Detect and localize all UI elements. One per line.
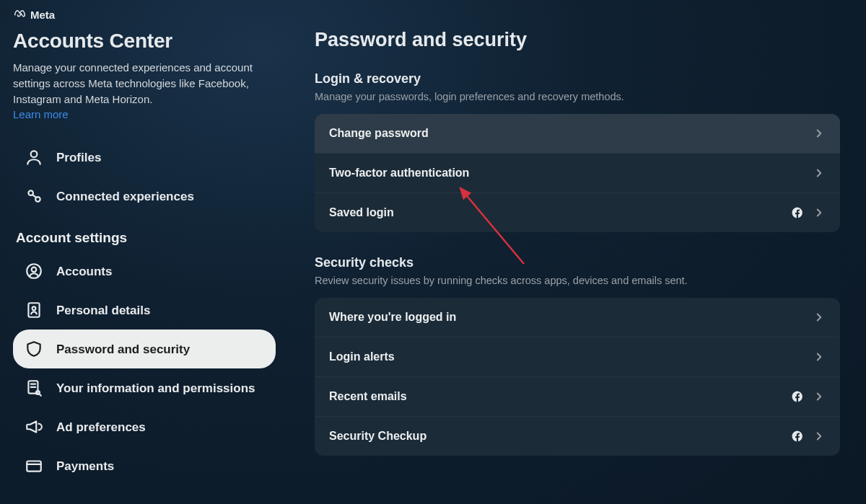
chevron-right-icon <box>813 350 826 363</box>
meta-logo-icon <box>13 7 26 22</box>
chevron-right-icon <box>813 430 826 443</box>
sidebar-item-your-info[interactable]: Your information and permissions <box>13 368 276 407</box>
row-login-alerts[interactable]: Login alerts <box>315 337 840 376</box>
sidebar-item-password-security[interactable]: Password and security <box>13 330 276 368</box>
sidebar-item-payments[interactable]: Payments <box>13 446 276 485</box>
credit-card-icon <box>25 456 43 475</box>
section-security-checks: Security checks Review security issues b… <box>315 255 840 456</box>
chevron-right-icon <box>813 206 826 219</box>
row-label: Where you're logged in <box>329 311 456 324</box>
svg-rect-9 <box>27 461 41 472</box>
security-checks-card: Where you're logged in Login alerts Rece… <box>315 298 840 456</box>
sidebar-item-label: Accounts <box>56 264 112 279</box>
chevron-right-icon <box>813 167 826 180</box>
main-content: Password and security Login & recovery M… <box>289 0 866 504</box>
sidebar-item-label: Password and security <box>56 342 190 357</box>
id-card-icon <box>25 301 43 319</box>
chevron-right-icon <box>813 127 826 140</box>
section-login-recovery: Login & recovery Manage your passwords, … <box>315 71 840 232</box>
shield-icon <box>25 340 43 358</box>
sidebar-item-accounts[interactable]: Accounts <box>13 252 276 291</box>
profile-icon <box>25 148 43 167</box>
svg-point-6 <box>32 307 36 311</box>
sidebar-item-label: Personal details <box>56 303 150 318</box>
accounts-icon <box>25 262 43 280</box>
section-description: Manage your passwords, login preferences… <box>315 91 840 102</box>
facebook-icon <box>791 390 804 403</box>
sidebar-section-heading: Account settings <box>13 216 276 252</box>
svg-point-0 <box>31 151 38 158</box>
page-title: Password and security <box>315 29 840 51</box>
row-saved-login[interactable]: Saved login <box>315 193 840 232</box>
sidebar-item-label: Payments <box>56 459 114 474</box>
sidebar-item-label: Profiles <box>56 150 101 165</box>
sidebar-item-ad-preferences[interactable]: Ad preferences <box>13 407 276 446</box>
row-label: Saved login <box>329 206 394 219</box>
facebook-icon <box>791 206 804 219</box>
facebook-icon <box>791 430 804 443</box>
row-recent-emails[interactable]: Recent emails <box>315 376 840 416</box>
chevron-right-icon <box>813 390 826 403</box>
section-title: Login & recovery <box>315 71 840 87</box>
connected-icon <box>25 187 43 205</box>
sidebar-item-label: Your information and permissions <box>56 381 255 396</box>
section-description: Review security issues by running checks… <box>315 275 840 286</box>
learn-more-link[interactable]: Learn more <box>13 108 69 120</box>
megaphone-icon <box>25 417 43 436</box>
document-key-icon <box>25 379 43 397</box>
chevron-right-icon <box>813 311 826 324</box>
row-change-password[interactable]: Change password <box>315 114 840 153</box>
row-label: Security Checkup <box>329 430 427 443</box>
row-label: Recent emails <box>329 390 407 403</box>
svg-point-4 <box>32 268 37 273</box>
row-security-checkup[interactable]: Security Checkup <box>315 416 840 456</box>
sidebar: Meta Accounts Center Manage your connect… <box>0 0 289 504</box>
login-recovery-card: Change password Two-factor authenticatio… <box>315 114 840 232</box>
row-where-logged-in[interactable]: Where you're logged in <box>315 298 840 337</box>
row-two-factor-auth[interactable]: Two-factor authentication <box>315 153 840 193</box>
sidebar-description: Manage your connected experiences and ac… <box>13 60 276 107</box>
row-label: Two-factor authentication <box>329 167 469 180</box>
row-label: Change password <box>329 127 429 140</box>
brand-name: Meta <box>30 9 55 21</box>
row-label: Login alerts <box>329 350 395 363</box>
sidebar-item-label: Ad preferences <box>56 420 146 435</box>
sidebar-item-personal-details[interactable]: Personal details <box>13 291 276 330</box>
sidebar-item-connected-experiences[interactable]: Connected experiences <box>13 177 276 216</box>
section-title: Security checks <box>315 255 840 270</box>
sidebar-item-label: Connected experiences <box>56 189 194 204</box>
brand: Meta <box>13 7 276 22</box>
sidebar-title: Accounts Center <box>13 30 276 53</box>
sidebar-item-profiles[interactable]: Profiles <box>13 138 276 177</box>
